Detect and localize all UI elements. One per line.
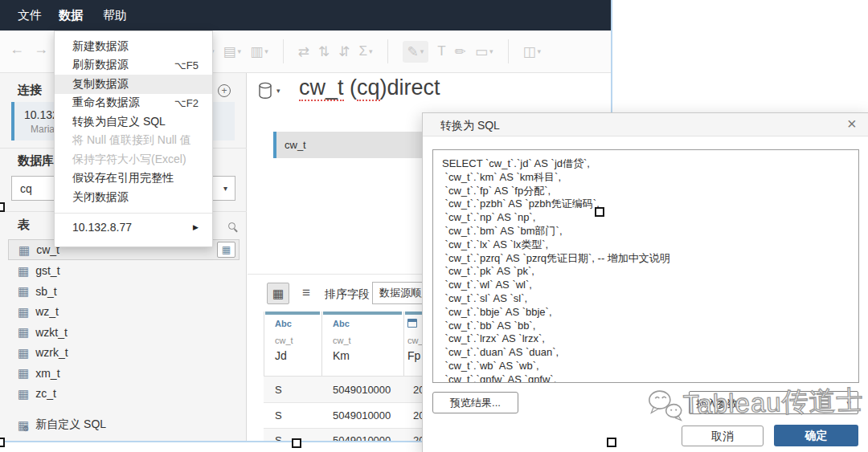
- toolbar-separator: [508, 39, 509, 63]
- table-label: sb_t: [35, 285, 56, 298]
- sql-line: `cw_t`.`wl` AS `wl`,: [442, 279, 858, 292]
- database-icon[interactable]: ▾: [257, 82, 280, 100]
- table-icon: ▦: [18, 285, 29, 297]
- menu-item-refresh-datasource[interactable]: 刷新数据源⌥F5: [55, 56, 212, 75]
- screen: 文件 数据 帮助 ← → ▾ ▤▾ ▥▾ ⇄ ⇅ ⇵ Σ▾ ✎▾ T ✏ ▭▾: [0, 0, 868, 452]
- menu-item-rename-datasource[interactable]: 重命名数据源⌥F2: [55, 94, 212, 113]
- selection-handle[interactable]: [607, 438, 616, 447]
- menu-item-close-datasource[interactable]: 关闭数据源: [55, 188, 212, 207]
- cell: S: [275, 409, 282, 421]
- connections-header: 连接: [18, 83, 42, 98]
- menu-item-server-submenu[interactable]: 10.132.8.77▶: [55, 216, 212, 239]
- sql-line: `cw_t`.`pk` AS `pk`,: [442, 265, 858, 279]
- table-item-wz_t[interactable]: ▦ wz_t: [8, 301, 240, 322]
- gear-icon: ⚙: [23, 425, 29, 433]
- new-custom-sql-label: 新自定义 SQL: [35, 417, 106, 432]
- datasource-title[interactable]: cw_t (cq)direct: [299, 75, 440, 100]
- sql-textarea[interactable]: SELECT `cw_t`.`jd` AS `jd借贷`, `cw_t`.`km…: [432, 149, 859, 383]
- menu-data[interactable]: 数据: [59, 8, 83, 23]
- table-item-wzkt_t[interactable]: ▦ wzkt_t: [8, 322, 240, 343]
- annotate-icon[interactable]: ✏: [455, 43, 466, 60]
- convert-sql-dialog: 转换为 SQL × SELECT `cw_t`.`jd` AS `jd借贷`, …: [422, 112, 868, 452]
- new-custom-sql-item[interactable]: ▦ ⚙ 新自定义 SQL: [8, 414, 240, 435]
- cancel-button[interactable]: 取消: [682, 426, 764, 446]
- column-type-date-icon[interactable]: [407, 319, 417, 328]
- sort-descending-icon[interactable]: ⇵: [338, 43, 350, 60]
- column-type-string[interactable]: Abc: [275, 319, 292, 328]
- table-icon: ▦: [18, 244, 30, 256]
- redo-icon[interactable]: →: [34, 41, 48, 58]
- sql-line: `cw_t`.`bb` AS `bb`,: [442, 320, 858, 333]
- menu-item-new-datasource[interactable]: 新建数据源: [55, 37, 212, 56]
- table-icon: ▦: [18, 388, 29, 400]
- menu-item-duplicate-datasource[interactable]: 复制数据源: [55, 75, 212, 94]
- menu-file[interactable]: 文件: [18, 8, 42, 23]
- database-cylinder-icon: [257, 82, 273, 100]
- close-icon[interactable]: ×: [847, 115, 857, 133]
- column-table: cw_t: [275, 336, 293, 345]
- swap-axes-icon[interactable]: ⇄: [298, 43, 309, 60]
- cell: 5049010000: [333, 409, 391, 421]
- sql-line: `cw_t`.`duan` AS `duan`,: [442, 346, 858, 360]
- preview-results-button[interactable]: 预览结果...: [432, 392, 518, 413]
- ok-button[interactable]: 确定: [774, 425, 858, 446]
- sql-line: `cw_t`.`fp` AS `fp分配`,: [442, 185, 858, 198]
- column-type-string[interactable]: Abc: [333, 319, 350, 328]
- grid-view-button[interactable]: ▦: [267, 283, 289, 304]
- sql-line: `cw_t`.`bm` AS `bm部门`,: [442, 225, 858, 238]
- insert-parameter-label: 插入参数:: [696, 397, 741, 411]
- table-label: wzrk_t: [35, 346, 68, 359]
- menu-item-join-null-values: 将 Null 值联接到 Null 值: [55, 132, 212, 151]
- table-label: wzkt_t: [35, 326, 68, 339]
- submenu-arrow-icon: ▶: [193, 223, 199, 231]
- cell: S: [275, 384, 282, 396]
- selection-handle[interactable]: [595, 207, 604, 217]
- table-icon: ▦: [18, 347, 29, 359]
- undo-icon[interactable]: ←: [10, 41, 24, 58]
- sql-line: `cw_t`.`wb` AS `wb`,: [442, 360, 858, 373]
- connection-type: Maria: [31, 124, 55, 135]
- search-icon[interactable]: [228, 222, 235, 230]
- column-field[interactable]: Jd: [275, 349, 287, 362]
- sql-line: `cw_t`.`pzbh` AS `pzbh凭证编码`,: [442, 197, 858, 211]
- data-menu-popup: 新建数据源 刷新数据源⌥F5 复制数据源 重命名数据源⌥F2 转换为自定义 SQ…: [54, 31, 213, 247]
- selection-handle[interactable]: [0, 202, 5, 212]
- table-item-zc_t[interactable]: ▦ zc_t: [8, 383, 240, 404]
- column-header-bar: [265, 312, 320, 315]
- sort-ascending-icon[interactable]: ⇅: [318, 43, 330, 60]
- sql-line: `cw_t`.`sl` AS `sl`,: [442, 292, 858, 306]
- menu-item-assume-referential-integrity[interactable]: 假设存在引用完整性: [55, 169, 212, 189]
- fit-icon[interactable]: ▭▾: [475, 43, 493, 60]
- totals-icon[interactable]: Σ▾: [358, 43, 372, 59]
- column-field[interactable]: Fp: [407, 349, 420, 362]
- clear-sheet-icon[interactable]: ▥▾: [250, 43, 268, 60]
- selection-handle[interactable]: [0, 438, 5, 447]
- selection-handle[interactable]: [292, 438, 301, 448]
- column-field[interactable]: Km: [333, 349, 350, 362]
- insert-parameter-select[interactable]: 插入参数: ▾: [689, 391, 858, 414]
- toolbar-icons: ▾ ▤▾ ▥▾ ⇄ ⇅ ⇵ Σ▾ ✎▾ T ✏ ▭▾ ◫▾: [211, 39, 541, 64]
- view-data-button[interactable]: ▦: [217, 242, 235, 258]
- sql-line: `cw_t`.`np` AS `np`,: [442, 211, 858, 225]
- new-worksheet-icon[interactable]: ▤▾: [223, 43, 242, 60]
- table-item-wzrk_t[interactable]: ▦ wzrk_t: [8, 342, 240, 363]
- cell: 5049010000: [333, 384, 391, 396]
- label-icon[interactable]: T: [437, 43, 445, 59]
- table-label: zc_t: [35, 387, 56, 400]
- table-icon: ▦: [18, 326, 29, 338]
- table-item-xm_t[interactable]: ▦ xm_t: [8, 363, 240, 384]
- table-item-gst_t[interactable]: ▦ gst_t: [8, 260, 240, 281]
- toolbar-separator: [283, 39, 284, 63]
- menu-item-maintain-case: 保持字符大小写(Excel): [55, 150, 212, 169]
- table-item-sb_t[interactable]: ▦ sb_t: [8, 281, 240, 302]
- table-label: xm_t: [35, 367, 59, 380]
- highlight-icon[interactable]: ✎▾: [403, 41, 429, 63]
- selection-line-right: [611, 0, 612, 113]
- sort-fields-label: 排序字段: [325, 287, 370, 302]
- menu-item-convert-custom-sql[interactable]: 转换为自定义 SQL: [55, 112, 212, 132]
- metadata-view-button[interactable]: ≡: [296, 283, 317, 304]
- menu-help[interactable]: 帮助: [103, 8, 127, 23]
- add-connection-icon[interactable]: +: [218, 84, 231, 97]
- sql-line: `cw_t`.`lrzx` AS `lrzx`,: [442, 332, 858, 346]
- show-me-icon[interactable]: ◫▾: [523, 43, 542, 60]
